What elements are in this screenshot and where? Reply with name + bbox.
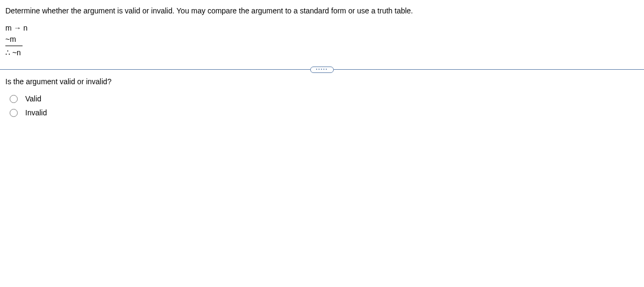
question-body: Is the argument valid or invalid? Valid … (0, 77, 644, 117)
premise-2: ~m (5, 34, 23, 46)
dots-icon: ••••• (316, 67, 328, 71)
radio-invalid[interactable] (10, 109, 18, 117)
option-invalid-label: Invalid (25, 108, 47, 117)
instruction-text: Determine whether the argument is valid … (5, 6, 639, 15)
option-valid-label: Valid (25, 94, 41, 103)
option-valid[interactable]: Valid (10, 94, 639, 103)
divider-expand-button[interactable]: ••••• (310, 67, 334, 73)
answer-prompt: Is the argument valid or invalid? (5, 77, 639, 86)
question-header: Determine whether the argument is valid … (0, 6, 644, 64)
radio-valid[interactable] (10, 95, 18, 103)
logical-argument: m → n ~m ∴ ~n (5, 23, 639, 58)
section-divider: ••••• (0, 69, 644, 70)
premise-1: m → n (5, 23, 639, 34)
option-invalid[interactable]: Invalid (10, 108, 639, 117)
conclusion: ∴ ~n (5, 47, 639, 58)
